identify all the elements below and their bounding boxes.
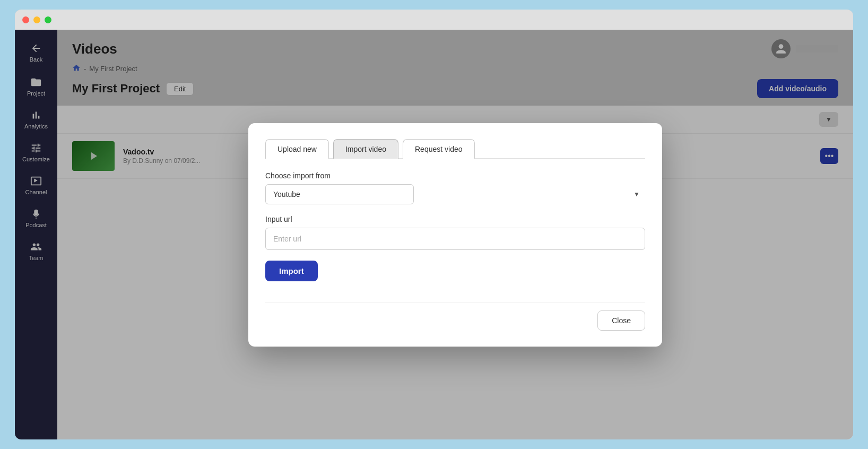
- import-button[interactable]: Import: [265, 261, 318, 281]
- sidebar-project-label: Project: [27, 90, 45, 97]
- sidebar-channel-label: Channel: [25, 189, 47, 195]
- sidebar-analytics-label: Analytics: [24, 123, 48, 129]
- modal-footer: Close: [265, 303, 645, 331]
- modal-tabs: Upload new Import video Request video: [265, 139, 645, 159]
- sidebar-item-channel[interactable]: Channel: [15, 169, 57, 202]
- podcast-icon: [30, 208, 42, 220]
- minimize-window-btn[interactable]: [33, 16, 40, 23]
- sidebar-item-project[interactable]: Project: [15, 70, 57, 103]
- url-input[interactable]: [265, 228, 645, 250]
- channel-icon: [30, 175, 42, 187]
- sidebar-item-team[interactable]: Team: [15, 235, 57, 267]
- sidebar-item-analytics[interactable]: Analytics: [15, 103, 57, 136]
- import-source-wrapper: Youtube Vimeo Wistia Dropbox ▼: [265, 184, 645, 204]
- app-window: Back Project Analytics Customize: [15, 10, 853, 439]
- sidebar-customize-label: Customize: [22, 156, 50, 162]
- sidebar-item-back[interactable]: Back: [15, 35, 57, 70]
- sidebar-back-label: Back: [30, 56, 42, 63]
- customize-icon: [30, 142, 42, 154]
- chevron-down-icon: ▼: [633, 191, 640, 198]
- tab-upload-new[interactable]: Upload new: [265, 139, 329, 159]
- folder-icon: [30, 76, 42, 88]
- sidebar-item-customize[interactable]: Customize: [15, 136, 57, 169]
- choose-import-label: Choose import from: [265, 171, 645, 180]
- sidebar-team-label: Team: [29, 255, 44, 261]
- import-modal: Upload new Import video Request video Ch…: [248, 123, 662, 347]
- sidebar-item-podcast[interactable]: Podcast: [15, 202, 57, 235]
- back-icon: [30, 42, 42, 54]
- import-source-select[interactable]: Youtube Vimeo Wistia Dropbox: [265, 184, 414, 204]
- sidebar-podcast-label: Podcast: [25, 222, 47, 228]
- maximize-window-btn[interactable]: [45, 16, 51, 23]
- team-icon: [30, 241, 42, 253]
- tab-import-video[interactable]: Import video: [333, 139, 398, 159]
- tab-request-video[interactable]: Request video: [403, 139, 475, 159]
- close-modal-button[interactable]: Close: [597, 310, 645, 331]
- close-window-btn[interactable]: [22, 16, 29, 23]
- analytics-icon: [30, 109, 42, 121]
- modal-overlay[interactable]: Upload new Import video Request video Ch…: [57, 30, 853, 439]
- window-body: Back Project Analytics Customize: [15, 30, 853, 439]
- input-url-label: Input url: [265, 215, 645, 223]
- titlebar: [15, 10, 853, 30]
- sidebar: Back Project Analytics Customize: [15, 30, 57, 439]
- main-content: Videos - My First: [57, 30, 853, 439]
